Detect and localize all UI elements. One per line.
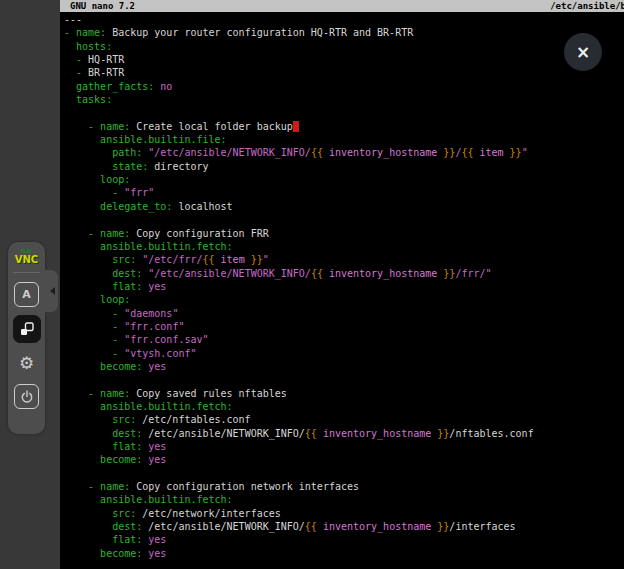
editor-line: [64, 373, 624, 386]
editor-line: - "frr": [64, 186, 624, 199]
editor-line: loop:: [64, 293, 624, 306]
editor-line: become: yes: [64, 360, 624, 373]
editor-line: flat: yes: [64, 533, 624, 546]
editor-line: src: /etc/network/interfaces: [64, 507, 624, 520]
editor-line: [64, 467, 624, 480]
editor-line: become: yes: [64, 453, 624, 466]
terminal-window[interactable]: GNU nano 7.2 /etc/ansible/b ---- name: B…: [60, 0, 624, 569]
fullscreen-button[interactable]: [13, 315, 41, 343]
editor-line: - "frr.conf": [64, 320, 624, 333]
editor-line: [64, 106, 624, 119]
editor-line: gather_facts: no: [64, 80, 624, 93]
keyboard-a-icon: A: [22, 288, 31, 301]
screen: no VNC A ⚙: [0, 0, 624, 569]
editor-line: ansible.builtin.fetch:: [64, 400, 624, 413]
editor-line: - BR-RTR: [64, 66, 624, 79]
control-bar-handle[interactable]: [45, 270, 58, 312]
editor-line: flat: yes: [64, 280, 624, 293]
close-icon: ×: [576, 44, 590, 61]
editor-line: state: directory: [64, 160, 624, 173]
editor-line: - name: Backup your router configuration…: [64, 26, 624, 39]
editor-line: - name: Copy configuration network inter…: [64, 480, 624, 493]
editor-line: - name: Create local folder backup: [64, 120, 624, 133]
gear-icon: ⚙: [19, 355, 34, 372]
collapse-arrow-icon: [46, 287, 55, 295]
nano-version: GNU nano 7.2: [70, 0, 135, 12]
editor-line: ---: [64, 13, 624, 26]
novnc-logo-bottom: VNC: [15, 255, 38, 265]
close-button[interactable]: ×: [564, 33, 602, 71]
vnc-sidebar: no VNC A ⚙: [0, 0, 60, 569]
editor-line: - "frr.conf.sav": [64, 333, 624, 346]
editor-line: dest: "/etc/ansible/NETWORK_INFO/{{ inve…: [64, 267, 624, 280]
power-button[interactable]: [14, 384, 39, 409]
editor-line: flat: yes: [64, 440, 624, 453]
editor-line: src: "/etc/frr/{{ item }}": [64, 253, 624, 266]
nano-file-path: /etc/ansible/b: [550, 0, 624, 12]
fullscreen-icon: [20, 322, 34, 336]
editor-line: delegate_to: localhost: [64, 200, 624, 213]
editor-line: path: "/etc/ansible/NETWORK_INFO/{{ inve…: [64, 146, 624, 159]
editor-line: - name: Copy configuration FRR: [64, 227, 624, 240]
editor-content[interactable]: ---- name: Backup your router configurat…: [60, 12, 624, 560]
nano-titlebar: GNU nano 7.2 /etc/ansible/b: [60, 0, 624, 12]
editor-line: - HQ-RTR: [64, 53, 624, 66]
editor-line: tasks:: [64, 93, 624, 106]
editor-line: - name: Copy saved rules nftables: [64, 387, 624, 400]
editor-line: - "daemons": [64, 307, 624, 320]
editor-line: ansible.builtin.fetch:: [64, 240, 624, 253]
editor-line: hosts:: [64, 40, 624, 53]
control-bar-divider: [13, 272, 40, 273]
text-cursor: [293, 121, 299, 132]
editor-line: loop:: [64, 173, 624, 186]
settings-button[interactable]: ⚙: [14, 351, 39, 376]
vnc-control-bar: no VNC A ⚙: [8, 242, 45, 434]
extra-keys-button[interactable]: A: [14, 282, 39, 307]
novnc-logo: no VNC: [15, 248, 38, 265]
power-icon: [20, 390, 34, 404]
editor-line: dest: /etc/ansible/NETWORK_INFO/{{ inven…: [64, 427, 624, 440]
editor-line: dest: /etc/ansible/NETWORK_INFO/{{ inven…: [64, 520, 624, 533]
editor-line: ansible.builtin.fetch:: [64, 493, 624, 506]
editor-line: ansible.builtin.file:: [64, 133, 624, 146]
editor-line: [64, 213, 624, 226]
editor-line: - "vtysh.conf": [64, 347, 624, 360]
editor-line: become: yes: [64, 547, 624, 560]
editor-line: src: /etc/nftables.conf: [64, 413, 624, 426]
